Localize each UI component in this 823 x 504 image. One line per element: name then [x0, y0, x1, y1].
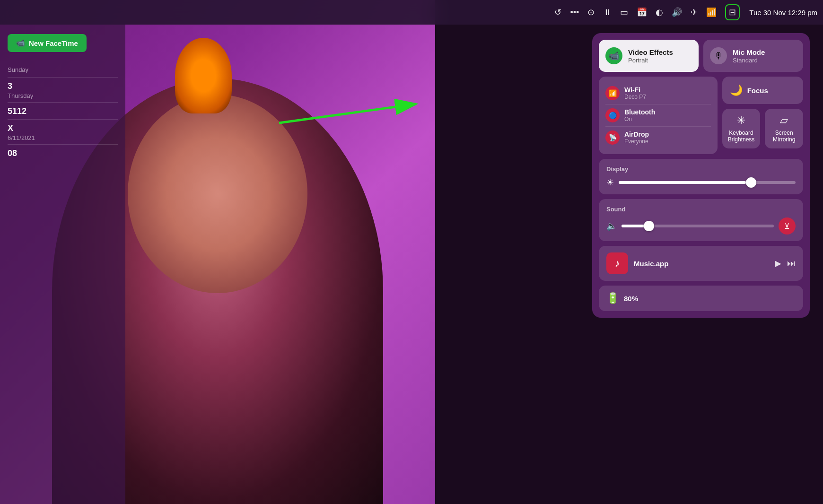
background-lamp: [175, 38, 232, 113]
sidebar-item-date: 6/11/2021: [8, 134, 118, 141]
airplay-icon: ⊻: [784, 222, 790, 231]
control-center-panel: 📹 Video Effects Portrait 🎙 Mic Mode Stan…: [592, 33, 810, 318]
brightness-icon: ☀: [606, 177, 614, 188]
airplay-button[interactable]: ⊻: [779, 217, 796, 235]
music-skip-button[interactable]: ⏭: [787, 259, 796, 269]
airdrop-text: AirDrop Everyone: [624, 130, 649, 145]
bluetooth-net-icon: 🔵: [605, 108, 620, 122]
cc-right-col: 🌙 Focus ✳ KeyboardBrightness ▱ ScreenMir…: [722, 77, 803, 154]
sidebar-divider-3: [8, 119, 118, 120]
wifi-subtitle: Deco P7: [624, 94, 646, 100]
bluetooth-text: Bluetooth On: [624, 108, 655, 122]
location-icon[interactable]: ✈: [691, 7, 698, 17]
left-sidebar: 📹 New FaceTime Sunday 3 Thursday 5112 X …: [0, 25, 125, 504]
airdrop-subtitle: Everyone: [624, 138, 649, 145]
wifi-net-icon: 📶: [605, 86, 620, 100]
sidebar-divider-4: [8, 144, 118, 145]
cc-network-row: 📶 Wi-Fi Deco P7 🔵 Bluetooth On 📡 AirDrop…: [599, 77, 803, 154]
cc-mini-row: ✳ KeyboardBrightness ▱ ScreenMirroring: [722, 109, 803, 148]
mic-mode-tile[interactable]: 🎙 Mic Mode Standard: [703, 40, 803, 72]
keyboard-brightness-label: KeyboardBrightness: [728, 130, 755, 143]
screen-mirroring-icon: ▱: [780, 114, 788, 127]
music-app-icon: ♪: [606, 252, 628, 274]
battery-row: 🔋 80%: [599, 286, 803, 311]
menubar-datetime: Tue 30 Nov 12:29 pm: [749, 9, 817, 17]
sidebar-item-number-1: 3: [8, 81, 118, 91]
screenrecord-icon[interactable]: ⊙: [587, 7, 595, 17]
sidebar-item-number-4: 08: [8, 148, 118, 158]
sidebar-divider-2: [8, 102, 118, 103]
wifi-item[interactable]: 📶 Wi-Fi Deco P7: [605, 82, 711, 104]
mic-mode-icon: 🎙: [710, 47, 727, 64]
music-section: ♪ Music.app ▶ ⏭: [599, 246, 803, 281]
wifi-title: Wi-Fi: [624, 86, 646, 94]
music-controls: ▶ ⏭: [775, 258, 796, 269]
music-row: ♪ Music.app ▶ ⏭: [606, 252, 796, 274]
volume-sound-icon: 🔈: [606, 221, 617, 231]
wifi-icon[interactable]: 📶: [706, 7, 717, 17]
display-slider-row: ☀: [606, 177, 796, 188]
facetime-camera-icon: 📹: [16, 39, 25, 47]
bluetooth-item[interactable]: 🔵 Bluetooth On: [605, 104, 711, 127]
mic-mode-text: Mic Mode Standard: [733, 48, 765, 64]
battery-charging-icon: 🔋: [606, 292, 619, 304]
video-effects-subtitle: Portrait: [628, 57, 673, 64]
sound-volume-thumb[interactable]: [644, 221, 654, 231]
airdrop-net-icon: 📡: [605, 130, 620, 145]
music-play-button[interactable]: ▶: [775, 258, 781, 269]
cc-top-row: 📹 Video Effects Portrait 🎙 Mic Mode Stan…: [599, 40, 803, 72]
video-effects-text: Video Effects Portrait: [628, 48, 673, 64]
focus-moon-icon: 🌙: [730, 84, 743, 96]
new-facetime-label: New FaceTime: [29, 39, 78, 47]
sidebar-item-sub-1: Thursday: [8, 92, 118, 99]
video-effects-tile[interactable]: 📹 Video Effects Portrait: [599, 40, 699, 72]
sidebar-divider-1: [8, 77, 118, 78]
video-effects-title: Video Effects: [628, 48, 673, 57]
menubar-icons: ↺ ••• ⊙ ⏸ ▭ 📅 ◐ 🔊 ✈ 📶 ⊟: [554, 4, 740, 20]
control-center-icon[interactable]: ⊟: [725, 4, 740, 20]
toggle-icon[interactable]: ◐: [656, 7, 663, 17]
sound-title: Sound: [606, 206, 796, 213]
history-icon[interactable]: ↺: [554, 7, 561, 17]
keyboard-brightness-tile[interactable]: ✳ KeyboardBrightness: [722, 109, 761, 148]
volume-icon[interactable]: 🔊: [672, 7, 682, 17]
wifi-text: Wi-Fi Deco P7: [624, 86, 646, 100]
display-brightness-thumb[interactable]: [746, 177, 756, 188]
screen-mirroring-label: ScreenMirroring: [773, 130, 795, 143]
new-facetime-button[interactable]: 📹 New FaceTime: [8, 34, 87, 52]
menubar: ↺ ••• ⊙ ⏸ ▭ 📅 ◐ 🔊 ✈ 📶 ⊟ Tue 30 Nov 12:29…: [0, 0, 823, 25]
sound-row: 🔈 ⊻: [606, 217, 796, 235]
bluetooth-subtitle: On: [624, 116, 655, 122]
focus-label: Focus: [747, 87, 768, 95]
airdrop-title: AirDrop: [624, 130, 649, 138]
fullscreen-icon[interactable]: ▭: [620, 7, 628, 17]
bluetooth-title: Bluetooth: [624, 108, 655, 116]
screen-mirroring-tile[interactable]: ▱ ScreenMirroring: [765, 109, 803, 148]
keyboard-brightness-icon: ✳: [737, 114, 745, 127]
more-icon[interactable]: •••: [570, 8, 579, 17]
green-arrow: [279, 95, 435, 132]
video-effects-icon: 📹: [605, 47, 622, 64]
airdrop-item[interactable]: 📡 AirDrop Everyone: [605, 127, 711, 148]
display-brightness-fill: [619, 181, 746, 184]
sound-section: Sound 🔈 ⊻: [599, 199, 803, 241]
sidebar-item-x: X: [8, 123, 118, 133]
battery-label: 80%: [624, 295, 638, 303]
music-app-label: Music.app: [634, 260, 769, 268]
sidebar-day-label: Sunday: [8, 66, 118, 73]
display-brightness-slider[interactable]: [619, 181, 796, 184]
pause-icon[interactable]: ⏸: [603, 8, 612, 17]
sound-volume-slider[interactable]: [622, 225, 774, 227]
mic-mode-title: Mic Mode: [733, 48, 765, 57]
calendar-icon[interactable]: 📅: [637, 7, 647, 17]
network-panel: 📶 Wi-Fi Deco P7 🔵 Bluetooth On 📡 AirDrop…: [599, 77, 718, 154]
focus-tile[interactable]: 🌙 Focus: [722, 77, 803, 104]
display-section: Display ☀: [599, 159, 803, 194]
display-title: Display: [606, 165, 796, 173]
mic-mode-subtitle: Standard: [733, 57, 765, 64]
svg-line-1: [279, 104, 416, 123]
sidebar-item-number-2: 5112: [8, 106, 118, 116]
